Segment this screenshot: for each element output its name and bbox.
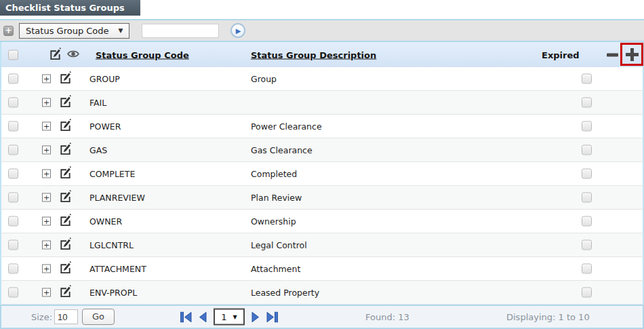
row-select-checkbox[interactable]	[8, 169, 18, 179]
table-row: + PLANREVIEW Plan Review	[0, 186, 644, 210]
remove-row-icon[interactable]	[607, 53, 618, 56]
expired-checkbox[interactable]	[582, 193, 592, 203]
page-size-go-button[interactable]: Go	[82, 309, 115, 325]
expand-row-icon[interactable]: +	[42, 122, 51, 131]
cell-status-group-description: Leased Property	[251, 288, 319, 298]
cell-status-group-code: GAS	[89, 145, 107, 155]
edit-row-icon[interactable]	[59, 190, 72, 205]
search-field-select[interactable]: Status Group Code ▼	[19, 23, 129, 39]
header-expired: Expired	[542, 50, 580, 60]
add-criteria-icon[interactable]: +	[3, 26, 14, 36]
expired-checkbox[interactable]	[582, 264, 592, 274]
cell-status-group-description: Ownership	[251, 216, 296, 227]
expand-row-icon[interactable]: +	[42, 193, 51, 202]
page-size-input[interactable]	[54, 309, 78, 324]
found-count: Found: 13	[365, 312, 409, 322]
row-select-checkbox[interactable]	[8, 216, 18, 227]
expired-checkbox[interactable]	[582, 216, 592, 227]
cell-status-group-description: Completed	[251, 169, 297, 179]
table-header-row: Status Group Code Status Group Descripti…	[0, 42, 644, 67]
cell-status-group-description: Plan Review	[251, 193, 302, 203]
expired-checkbox[interactable]	[582, 74, 592, 84]
search-field-value: Status Group Code	[26, 26, 109, 36]
row-select-checkbox[interactable]	[8, 193, 18, 203]
cell-status-group-code: OWNER	[89, 216, 122, 227]
table-row: + GROUP Group	[0, 67, 644, 91]
expired-checkbox[interactable]	[582, 145, 592, 155]
edit-column-icon	[49, 47, 62, 62]
cell-status-group-code: COMPLETE	[89, 169, 135, 179]
cell-status-group-code: LGLCNTRL	[89, 240, 134, 250]
cell-status-group-code: ENV-PROPL	[89, 288, 137, 298]
pager: 1 ▼	[180, 309, 278, 326]
expired-checkbox[interactable]	[582, 98, 592, 108]
table-row: + OWNER Ownership	[0, 210, 644, 233]
highlight-red-box	[620, 43, 643, 66]
page-select[interactable]: 1 ▼	[214, 309, 245, 326]
add-row-icon[interactable]	[626, 48, 639, 61]
row-select-checkbox[interactable]	[8, 74, 18, 84]
expired-checkbox[interactable]	[582, 288, 592, 298]
expired-checkbox[interactable]	[582, 121, 592, 132]
previous-page-icon[interactable]	[199, 311, 207, 322]
page-number: 1	[221, 312, 226, 322]
search-input[interactable]	[142, 24, 219, 38]
last-page-icon[interactable]	[266, 311, 278, 322]
cell-status-group-code: PLANREVIEW	[89, 193, 145, 203]
cell-status-group-code: POWER	[89, 121, 121, 132]
cell-status-group-description: Gas Clearance	[251, 145, 313, 155]
edit-row-icon[interactable]	[59, 95, 72, 110]
cell-status-group-description: Attachment	[251, 264, 300, 274]
row-select-checkbox[interactable]	[8, 240, 18, 250]
edit-row-icon[interactable]	[59, 71, 72, 86]
table-body: + GROUP Group + FAIL +	[0, 67, 644, 305]
edit-row-icon[interactable]	[59, 119, 72, 134]
edit-row-icon[interactable]	[59, 214, 72, 229]
expand-row-icon[interactable]: +	[42, 265, 51, 273]
expand-row-icon[interactable]: +	[42, 241, 51, 250]
cell-status-group-code: FAIL	[89, 98, 106, 108]
cell-status-group-description: Group	[251, 74, 277, 84]
pagination-footer: Size: Go 1 ▼	[0, 305, 644, 329]
expand-row-icon[interactable]: +	[42, 288, 51, 297]
edit-row-icon[interactable]	[59, 142, 72, 157]
edit-row-icon[interactable]	[59, 237, 72, 252]
first-page-icon[interactable]	[180, 311, 192, 322]
expand-row-icon[interactable]: +	[42, 170, 51, 178]
table-row: + POWER Power Clearance	[0, 115, 644, 138]
edit-row-icon[interactable]	[59, 261, 72, 276]
search-toolbar: + Status Group Code ▼ ▶	[0, 19, 644, 42]
sort-header-status-group-code[interactable]: Status Group Code	[96, 50, 189, 60]
cell-status-group-description: Power Clearance	[251, 121, 322, 132]
search-go-icon[interactable]: ▶	[230, 23, 245, 38]
sort-header-status-group-description[interactable]: Status Group Description	[251, 50, 376, 60]
table-row: + ENV-PROPL Leased Property	[0, 281, 644, 305]
expired-checkbox[interactable]	[582, 169, 592, 179]
expand-row-icon[interactable]: +	[42, 98, 51, 107]
row-select-checkbox[interactable]	[8, 145, 18, 155]
edit-row-icon[interactable]	[59, 285, 72, 300]
table-row: + GAS Gas Clearance	[0, 138, 644, 162]
expand-row-icon[interactable]: +	[42, 75, 51, 83]
view-column-icon	[67, 50, 79, 60]
edit-row-icon[interactable]	[59, 166, 72, 181]
cell-status-group-code: GROUP	[89, 74, 120, 84]
row-select-checkbox[interactable]	[8, 98, 18, 108]
expand-row-icon[interactable]: +	[42, 217, 51, 226]
chevron-down-icon: ▼	[119, 27, 123, 34]
select-all-checkbox[interactable]	[8, 50, 18, 60]
expand-row-icon[interactable]: +	[42, 146, 51, 155]
row-select-checkbox[interactable]	[8, 121, 18, 132]
expired-checkbox[interactable]	[582, 240, 592, 250]
cell-status-group-description: Legal Control	[251, 240, 307, 250]
page-title: Checklist Status Groups	[0, 0, 140, 16]
row-select-checkbox[interactable]	[8, 264, 18, 274]
table-row: + COMPLETE Completed	[0, 162, 644, 186]
next-page-icon[interactable]	[251, 311, 260, 322]
displaying-range: Displaying: 1 to 10	[506, 312, 590, 322]
cell-status-group-code: ATTACHMENT	[89, 264, 146, 274]
size-label: Size:	[31, 312, 52, 322]
row-select-checkbox[interactable]	[8, 288, 18, 298]
table-row: + ATTACHMENT Attachment	[0, 257, 644, 281]
table-row: + LGLCNTRL Legal Control	[0, 233, 644, 257]
